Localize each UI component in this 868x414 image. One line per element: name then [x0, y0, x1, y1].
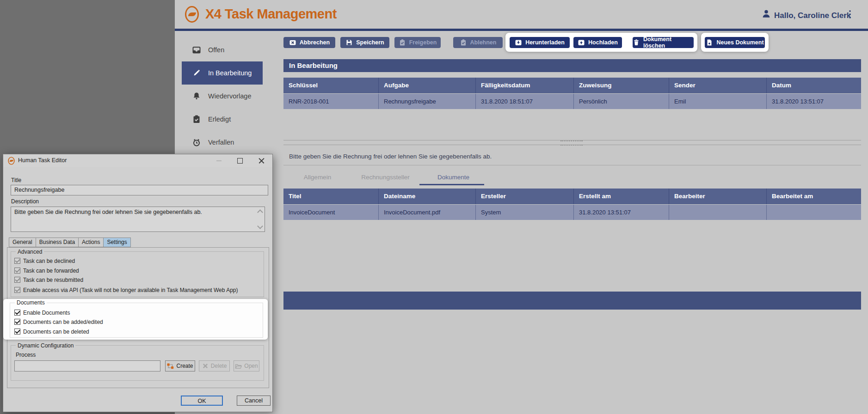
column-header[interactable]: Fälligkeitsdatum	[476, 78, 574, 93]
abbrechen-button[interactable]: Abbrechen	[283, 37, 335, 48]
kebab-menu-icon[interactable]	[848, 9, 852, 19]
description-textarea[interactable]: Bitte geben Sie die Rechnung frei oder l…	[11, 207, 265, 232]
freigeben-button[interactable]: Freigeben	[394, 37, 441, 48]
column-header[interactable]: Bearbeitet am	[767, 189, 861, 204]
process-label: Process	[16, 352, 36, 358]
sidebar-item-verfallen[interactable]: Verfallen	[182, 131, 263, 154]
checkbox-enable-access-via-api[interactable]	[14, 287, 20, 293]
description-field-label: Description	[11, 198, 39, 205]
column-header[interactable]: Bearbeiter	[669, 189, 767, 204]
checkbox-row-task-forwarded: Task can be forwarded	[14, 267, 79, 274]
dokument-loeschen-button[interactable]: Dokument löschen	[633, 37, 694, 48]
delete-button[interactable]: Delete	[199, 360, 230, 371]
process-input[interactable]	[14, 360, 160, 371]
sidebar-item-erledigt[interactable]: Erledigt	[182, 108, 263, 131]
dialog-tab-strip: General Business Data Actions Settings	[9, 237, 130, 247]
cell-dateiname: InvoiceDocument.pdf	[379, 205, 476, 220]
header-divider	[175, 29, 868, 31]
user-greeting: Hallo, Caroline Clerk	[774, 11, 851, 20]
tab-business-data[interactable]: Business Data	[36, 237, 79, 247]
scroll-down-icon[interactable]	[257, 223, 263, 229]
checkbox-row-task-resubmitted: Task can be resubmitted	[14, 276, 83, 284]
button-label: Herunterladen	[525, 39, 565, 46]
tab-dokumente[interactable]: Dokumente	[419, 170, 487, 184]
minimize-icon	[216, 160, 222, 161]
pencil-icon	[192, 68, 201, 78]
open-button[interactable]: Open	[234, 360, 259, 371]
checkbox-label: Enable Documents	[23, 310, 70, 316]
scroll-up-icon[interactable]	[257, 209, 263, 215]
cell-faelligkeitsdatum: 31.8.2020 18:51:07	[476, 94, 574, 109]
column-header[interactable]: Dateiname	[379, 189, 476, 204]
checkbox-row-enable-documents: Enable Documents	[14, 309, 70, 317]
tab-rechnungssteller[interactable]: Rechnungssteller	[351, 170, 419, 184]
column-header[interactable]: Sender	[669, 78, 767, 93]
create-button[interactable]: Create	[165, 360, 195, 371]
folder-open-icon	[235, 363, 242, 370]
button-label: Freigeben	[409, 39, 437, 46]
checkbox-task-can-be-forwarded[interactable]	[14, 268, 20, 274]
task-table-header: Schlüssel Aufgabe Fälligkeitsdatum Zuwei…	[283, 78, 861, 93]
ok-button[interactable]: OK	[181, 396, 223, 406]
sidebar-label: Offen	[208, 46, 224, 54]
neues-dokument-button[interactable]: Neues Dokument	[705, 37, 765, 48]
title-input[interactable]: Rechnungsfreigabe	[11, 185, 268, 195]
column-header[interactable]: Ersteller	[476, 189, 574, 204]
column-header[interactable]: Schlüssel	[283, 78, 379, 93]
task-table-row[interactable]: RNR-2018-001 Rechnungsfreigabe 31.8.2020…	[283, 94, 861, 109]
checkbox-documents-can-be-deleted[interactable]	[14, 329, 20, 335]
sidebar-label: Erledigt	[208, 116, 231, 123]
column-header[interactable]: Zuweisung	[574, 78, 669, 93]
maximize-button[interactable]	[235, 156, 245, 165]
checkbox-enable-documents[interactable]	[14, 310, 20, 316]
cell-titel: InvoiceDocument	[283, 205, 379, 220]
tab-actions[interactable]: Actions	[78, 237, 104, 247]
description-text: Bitte geben Sie die Rechnung frei oder l…	[14, 209, 250, 215]
tab-general[interactable]: General	[9, 237, 36, 247]
sidebar-item-wiedervorlage[interactable]: Wiedervorlage	[182, 85, 263, 108]
download-icon	[515, 39, 522, 46]
checkbox-documents-can-be-added-edited[interactable]	[14, 319, 20, 325]
column-header[interactable]: Datum	[767, 78, 861, 93]
sidebar-item-offen[interactable]: Offen	[182, 38, 263, 61]
close-button[interactable]	[256, 156, 266, 165]
documents-group-legend: Documents	[15, 299, 47, 306]
documents-table-row[interactable]: InvoiceDocument InvoiceDocument.pdf Syst…	[283, 205, 861, 220]
documents-table-header: Titel Dateiname Ersteller Erstellt am Be…	[283, 189, 861, 204]
checkbox-task-can-be-declined[interactable]	[14, 258, 20, 264]
sidebar-item-in-bearbeitung[interactable]: In Bearbeitung	[182, 61, 263, 85]
herunterladen-button[interactable]: Herunterladen	[510, 37, 570, 48]
checkmark-icon	[15, 276, 20, 281]
speichern-button[interactable]: Speichern	[340, 37, 389, 48]
column-header[interactable]: Titel	[283, 189, 379, 204]
cancel-button[interactable]: Cancel	[237, 396, 271, 406]
inbox-icon	[192, 45, 201, 55]
task-message: Bitte geben Sie die Rechnung frei oder l…	[289, 153, 492, 160]
cancel-icon	[289, 39, 296, 46]
tab-settings[interactable]: Settings	[103, 237, 130, 247]
cell-bearbeiter	[669, 205, 767, 220]
tab-allgemein[interactable]: Allgemein	[283, 170, 351, 184]
x4-logo-icon	[7, 157, 15, 165]
cell-schluessel: RNR-2018-001	[283, 94, 379, 109]
advanced-group-legend: Advanced	[16, 249, 44, 255]
workflow-create-icon	[167, 363, 174, 370]
ablehnen-button[interactable]: Ablehnen	[453, 37, 503, 48]
minimize-button[interactable]	[214, 156, 224, 165]
title-field-label: Title	[11, 177, 21, 183]
checkbox-label: Task can be forwarded	[23, 268, 79, 274]
maximize-icon	[237, 158, 243, 164]
checkbox-task-can-be-resubmitted[interactable]	[14, 277, 20, 283]
checkbox-label: Task can be resubmitted	[23, 277, 83, 283]
dialog-titlebar[interactable]: Human Task Editor	[3, 154, 272, 167]
close-icon	[259, 158, 265, 164]
upload-icon	[578, 39, 585, 46]
checkbox-label: Documents can be deleted	[23, 329, 89, 335]
cell-zuweisung: Persönlich	[574, 94, 669, 109]
column-header[interactable]: Erstellt am	[574, 189, 669, 204]
splitter-grip[interactable]	[560, 140, 583, 146]
bell-icon	[192, 91, 201, 101]
button-label: Hochladen	[588, 39, 618, 46]
column-header[interactable]: Aufgabe	[379, 78, 476, 93]
hochladen-button[interactable]: Hochladen	[573, 37, 622, 48]
